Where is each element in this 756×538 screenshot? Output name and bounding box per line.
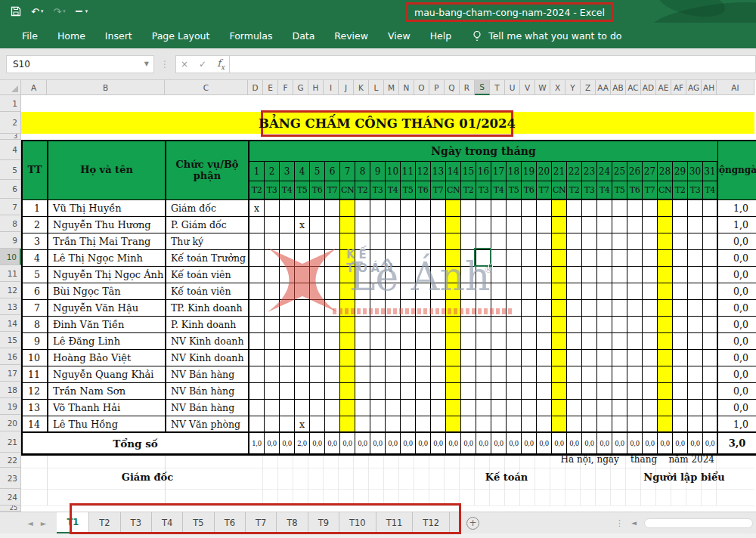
column-header-m[interactable]: M [384,80,399,95]
cell-day-6[interactable] [325,283,340,300]
cell-day-26[interactable] [627,250,643,267]
cell-day-16[interactable] [476,383,491,400]
cell-day-11[interactable] [401,217,416,233]
cell-day-19[interactable] [522,416,537,433]
cell-day-10[interactable] [386,333,401,350]
column-header-p[interactable]: P [429,80,445,95]
cell-day-11[interactable] [401,400,416,416]
cell-day-4[interactable] [295,333,310,350]
cell-day-13[interactable] [431,200,446,217]
cell-day-23[interactable] [582,400,597,416]
cell-day-26[interactable] [627,233,643,250]
cell-name[interactable]: Võ Thanh Hải [48,400,166,416]
column-header-ab[interactable]: AB [611,80,626,95]
row-header-17[interactable]: 17 [0,365,21,382]
cell-day-31[interactable] [703,350,718,366]
cell-day-26[interactable] [627,400,643,416]
cell-day-13[interactable] [431,233,446,250]
select-all-corner[interactable] [0,80,21,95]
cell-day-3[interactable] [280,283,295,300]
cell-tt[interactable]: 11 [23,366,48,383]
cell-day-29[interactable] [673,283,688,300]
cell-day-27[interactable] [643,317,658,333]
column-header-ac[interactable]: AC [626,80,641,95]
row-header-19[interactable]: 19 [0,398,21,415]
cell-day-19[interactable] [522,400,537,416]
cell-day-12[interactable] [416,283,431,300]
cell-day-17[interactable] [491,333,507,350]
cell-day-13[interactable] [431,217,446,233]
cell-day-28[interactable] [658,217,673,233]
ribbon-tab-help[interactable]: Help [420,23,462,48]
cell-day-5[interactable] [310,200,325,217]
cell-day-7[interactable] [340,383,355,400]
cell-day-28[interactable] [658,250,673,267]
cell-role[interactable]: P. Kinh doanh [166,317,249,333]
totals-day-29[interactable]: 0,0 [673,433,688,454]
cell-day-15[interactable] [461,366,476,383]
cell-day-23[interactable] [582,383,597,400]
row-header-12[interactable]: 12 [0,282,21,298]
totals-label[interactable]: Tổng số [23,433,249,454]
cell-day-7[interactable] [340,333,355,350]
cell-day-29[interactable] [673,333,688,350]
cell-day-5[interactable] [310,267,325,283]
totals-day-30[interactable]: 0,0 [688,433,703,454]
cell-day-3[interactable] [280,200,295,217]
cell-day-26[interactable] [627,217,643,233]
cell-day-4[interactable] [295,400,310,416]
cell-name[interactable]: Nguyễn Quang Khải [48,366,166,383]
column-header-ai[interactable]: AI [717,80,754,95]
cell-day-30[interactable] [688,217,703,233]
cell-day-27[interactable] [643,250,658,267]
cell-day-4[interactable] [295,366,310,383]
row-header-21[interactable]: 21 [0,431,21,453]
cell-day-19[interactable] [522,250,537,267]
cell-day-8[interactable] [355,317,370,333]
cell-day-29[interactable] [673,416,688,433]
cell-day-10[interactable] [386,267,401,283]
cell-day-16[interactable] [476,317,491,333]
cell-day-30[interactable] [688,233,703,250]
cell-tt[interactable]: 8 [23,317,48,333]
cell-day-19[interactable] [522,333,537,350]
column-header-e[interactable]: E [263,80,278,95]
cell-day-19[interactable] [522,350,537,366]
cell-day-14[interactable] [446,300,461,317]
cell-day-8[interactable] [355,383,370,400]
cell-day-1[interactable] [249,416,265,433]
cell-day-25[interactable] [612,200,627,217]
cell-day-30[interactable] [688,200,703,217]
cell-day-21[interactable] [552,317,567,333]
ribbon-tab-data[interactable]: Data [283,23,325,48]
cell-role[interactable]: Kế toán Trưởng [166,250,249,267]
cell-day-29[interactable] [673,400,688,416]
cell-day-3[interactable] [280,333,295,350]
cancel-icon[interactable]: × [181,59,188,70]
cell-day-13[interactable] [431,400,446,416]
cell-day-24[interactable] [597,200,612,217]
cell-day-9[interactable] [370,283,386,300]
row-header-9[interactable]: 9 [0,232,21,249]
column-header-o[interactable]: O [414,80,429,95]
cell-day-28[interactable] [658,383,673,400]
cell-day-6[interactable] [325,383,340,400]
column-header-y[interactable]: Y [565,80,581,95]
cell-day-30[interactable] [688,317,703,333]
cell-day-17[interactable] [491,400,507,416]
cell-day-1[interactable] [249,300,265,317]
cell-day-1[interactable] [249,400,265,416]
cell-tt[interactable]: 7 [23,300,48,317]
cell-day-12[interactable] [416,350,431,366]
cell-day-2[interactable] [265,250,280,267]
cell-day-4[interactable] [295,283,310,300]
column-header-v[interactable]: V [520,80,535,95]
column-header-i[interactable]: I [324,80,339,95]
cell-day-23[interactable] [582,333,597,350]
cell-day-29[interactable] [673,200,688,217]
cell-total[interactable]: 0,0 [718,283,756,300]
row-header-7[interactable]: 7 [0,199,21,215]
cell-name[interactable]: Vũ Thị Huyền [48,200,166,217]
cell-day-8[interactable] [355,416,370,433]
cell-name[interactable]: Nguyễn Thu Hương [48,217,166,233]
